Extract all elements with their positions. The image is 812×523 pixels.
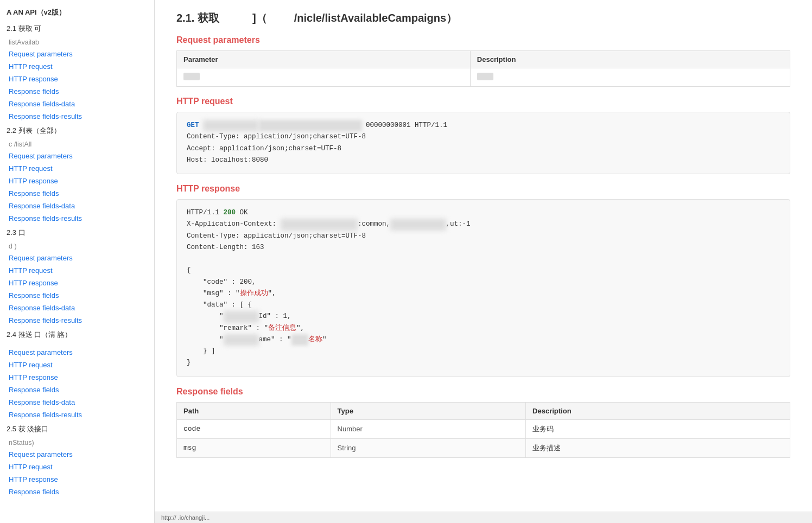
- path-cell: code: [177, 419, 331, 438]
- table-row: [177, 68, 790, 87]
- sidebar-item-24[interactable]: 2.4 推送 口（清 詻）: [0, 327, 154, 343]
- type-col-header: Type: [331, 402, 525, 419]
- sidebar-22-response-fields[interactable]: Response fields: [0, 187, 154, 200]
- sidebar-item-23[interactable]: 2.3 口: [0, 225, 154, 241]
- sidebar-24-http-response[interactable]: HTTP response: [0, 371, 154, 384]
- http-response-heading: HTTP response: [176, 184, 790, 194]
- sidebar-24-http-request[interactable]: HTTP request: [0, 359, 154, 371]
- sidebar-24-response-fields-data[interactable]: Response fields-data: [0, 396, 154, 409]
- type-cell: Number: [331, 419, 525, 438]
- sidebar-22-response-fields-data[interactable]: Response fields-data: [0, 200, 154, 212]
- desc-col-header2: Description: [526, 402, 790, 419]
- table-row: msg String 业务描述: [177, 438, 790, 457]
- path-cell: msg: [177, 438, 331, 457]
- sidebar: A AN API（v2版） 2.1 获取 可 listAvailab Reque…: [0, 0, 155, 523]
- sidebar-24-response-fields-results[interactable]: Response fields-results: [0, 409, 154, 421]
- table-row: code Number 业务码: [177, 419, 790, 438]
- sidebar-25-response-fields[interactable]: Response fields: [0, 486, 154, 498]
- path-col-header: Path: [177, 402, 331, 419]
- sidebar-21-http-response[interactable]: HTTP response: [0, 73, 154, 85]
- desc-cell: [470, 68, 790, 87]
- sidebar-23-sub: d ): [0, 241, 154, 252]
- sidebar-23-response-fields-results[interactable]: Response fields-results: [0, 314, 154, 327]
- type-cell: String: [331, 438, 525, 457]
- sidebar-22-http-request[interactable]: HTTP request: [0, 162, 154, 175]
- sidebar-21-response-fields-data[interactable]: Response fields-data: [0, 98, 154, 110]
- sidebar-23-response-fields-data[interactable]: Response fields-data: [0, 302, 154, 314]
- sidebar-item-25[interactable]: 2.5 获 淡接口: [0, 421, 154, 437]
- sidebar-25-http-response[interactable]: HTTP response: [0, 473, 154, 486]
- sidebar-item-21[interactable]: 2.1 获取 可: [0, 21, 154, 37]
- request-params-table: Parameter Description: [176, 50, 790, 87]
- desc-col-header: Description: [470, 51, 790, 68]
- sidebar-21-response-fields[interactable]: Response fields: [0, 85, 154, 98]
- sidebar-21-http-request[interactable]: HTTP request: [0, 60, 154, 73]
- sidebar-22-request-params[interactable]: Request parameters: [0, 150, 154, 162]
- sidebar-24-request-params[interactable]: Request parameters: [0, 346, 154, 359]
- sidebar-21-response-fields-results[interactable]: Response fields-results: [0, 110, 154, 123]
- http-request-heading: HTTP request: [176, 97, 790, 106]
- sidebar-23-response-fields[interactable]: Response fields: [0, 289, 154, 302]
- main-content: 2.1. 获取 ]（ /nicle/listAvailableCampaigns…: [155, 0, 812, 523]
- sidebar-23-request-params[interactable]: Request parameters: [0, 252, 154, 264]
- sidebar-25-http-request[interactable]: HTTP request: [0, 461, 154, 473]
- response-fields-heading: Response fields: [176, 387, 790, 397]
- sidebar-25-sub: nStatus): [0, 437, 154, 448]
- sidebar-23-http-request[interactable]: HTTP request: [0, 264, 154, 277]
- sidebar-22-http-response[interactable]: HTTP response: [0, 175, 154, 187]
- request-params-heading: Request parameters: [176, 35, 790, 45]
- http-response-code: HTTP/1.1 200 OK X-Application-Context: c…: [176, 199, 790, 377]
- sidebar-item-22[interactable]: 2.2 列表（全部）: [0, 123, 154, 139]
- sidebar-21-sub: listAvailab: [0, 37, 154, 48]
- desc-cell: 业务描述: [526, 438, 790, 457]
- sidebar-25-request-params[interactable]: Request parameters: [0, 448, 154, 461]
- sidebar-22-response-fields-results[interactable]: Response fields-results: [0, 212, 154, 225]
- sidebar-top-title: A AN API（v2版）: [0, 4, 154, 21]
- status-bar: http:// .io/changji...: [155, 512, 812, 523]
- desc-cell: 业务码: [526, 419, 790, 438]
- param-cell: [177, 68, 471, 87]
- sidebar-23-http-response[interactable]: HTTP response: [0, 277, 154, 289]
- http-request-code: GET URLpath 00000000001 HTTP/1.1 Content…: [176, 112, 790, 174]
- sidebar-24-response-fields[interactable]: Response fields: [0, 384, 154, 396]
- response-fields-table: Path Type Description code Number 业务码 ms…: [176, 402, 790, 458]
- sidebar-21-request-params[interactable]: Request parameters: [0, 48, 154, 60]
- sidebar-22-sub: c /listAll: [0, 139, 154, 150]
- param-col-header: Parameter: [177, 51, 471, 68]
- page-title: 2.1. 获取 ]（ /nicle/listAvailableCampaigns…: [176, 11, 790, 25]
